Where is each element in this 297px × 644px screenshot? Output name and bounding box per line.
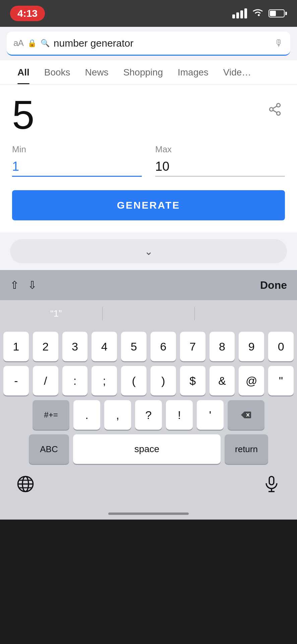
svg-line-4 (273, 106, 277, 108)
abc-key[interactable]: ABC (29, 434, 69, 464)
key-comma[interactable]: , (104, 400, 131, 430)
keyboard-bottom (0, 467, 297, 507)
lock-icon: 🔒 (27, 39, 37, 48)
keyboard-predictions: “1” (0, 300, 297, 327)
prediction-item[interactable]: “1” (10, 304, 102, 323)
home-indicator (0, 507, 297, 520)
status-icons (232, 8, 287, 19)
prev-field-button[interactable]: ⇧ (10, 279, 19, 291)
key-at[interactable]: @ (239, 366, 264, 395)
key-quote[interactable]: " (268, 366, 294, 395)
search-icon: 🔍 (41, 39, 50, 48)
generated-number: 5 (12, 95, 35, 135)
next-field-button[interactable]: ⇩ (28, 279, 37, 291)
search-query: number generator (54, 38, 270, 49)
status-time: 4:13 (10, 6, 45, 21)
key-0[interactable]: 0 (268, 332, 294, 361)
address-bar[interactable]: aA 🔒 🔍 number generator 🎙 (7, 32, 290, 56)
number-row: 1 2 3 4 5 6 7 8 9 0 (3, 332, 294, 361)
key-8[interactable]: 8 (210, 332, 235, 361)
key-close-paren[interactable]: ) (151, 366, 176, 395)
key-7[interactable]: 7 (180, 332, 205, 361)
expand-button[interactable]: ⌄ (10, 239, 287, 263)
key-ampersand[interactable]: & (210, 366, 235, 395)
return-key[interactable]: return (225, 434, 268, 464)
backspace-key[interactable] (228, 400, 264, 430)
home-bar (108, 513, 189, 515)
tab-news[interactable]: News (78, 60, 116, 84)
status-bar: 4:13 (0, 0, 297, 27)
symbol-row: - / : ; ( ) $ & @ " (3, 366, 294, 395)
key-exclamation[interactable]: ! (166, 400, 193, 430)
generate-button[interactable]: GENERATE (12, 190, 285, 220)
key-3[interactable]: 3 (62, 332, 88, 361)
inputs-row: Min Max (12, 144, 285, 177)
signal-icon (232, 8, 247, 18)
keyboard-toolbar: ⇧ ⇩ Done (0, 270, 297, 300)
chevron-down-icon: ⌄ (144, 246, 153, 257)
min-input-group: Min (12, 144, 142, 177)
key-open-paren[interactable]: ( (121, 366, 146, 395)
key-hashtag[interactable]: #+= (33, 400, 69, 430)
key-1[interactable]: 1 (3, 332, 29, 361)
space-key[interactable]: space (73, 434, 221, 464)
main-content: 5 Min Max GENERATE (0, 85, 297, 232)
key-colon[interactable]: : (62, 366, 88, 395)
key-apostrophe[interactable]: ' (197, 400, 224, 430)
wifi-icon (252, 8, 264, 19)
key-4[interactable]: 4 (92, 332, 117, 361)
microphone-keyboard-icon[interactable] (259, 472, 284, 496)
max-input-group: Max (155, 144, 285, 177)
key-question[interactable]: ? (135, 400, 162, 430)
browser-bar: aA 🔒 🔍 number generator 🎙 (0, 27, 297, 60)
done-button[interactable]: Done (260, 279, 287, 291)
key-2[interactable]: 2 (33, 332, 58, 361)
microphone-icon[interactable]: 🎙 (274, 38, 284, 49)
prediction-item-2 (103, 310, 195, 318)
tab-all[interactable]: All (10, 60, 37, 84)
search-tabs: All Books News Shopping Images Vide… (0, 60, 297, 85)
battery-icon (269, 9, 287, 17)
key-dollar[interactable]: $ (180, 366, 205, 395)
tab-images[interactable]: Images (170, 60, 216, 84)
min-label: Min (12, 144, 142, 155)
max-label: Max (155, 144, 285, 155)
text-size-icon: aA (13, 38, 23, 48)
key-minus[interactable]: - (3, 366, 29, 395)
keyboard: 1 2 3 4 5 6 7 8 9 0 - / : ; ( ) $ & @ " … (0, 327, 297, 467)
key-9[interactable]: 9 (239, 332, 264, 361)
svg-line-3 (273, 110, 277, 113)
prediction-item-3 (195, 310, 287, 318)
key-period[interactable]: . (73, 400, 100, 430)
more-options-section: ⌄ (0, 232, 297, 270)
key-slash[interactable]: / (33, 366, 58, 395)
max-input[interactable] (155, 157, 285, 177)
tab-shopping[interactable]: Shopping (116, 60, 170, 84)
tab-books[interactable]: Books (37, 60, 78, 84)
min-input[interactable] (12, 157, 142, 177)
bottom-key-row: ABC space return (3, 434, 294, 464)
key-5[interactable]: 5 (121, 332, 146, 361)
keyboard-nav: ⇧ ⇩ (10, 279, 37, 291)
special-row: #+= . , ? ! ' (3, 400, 294, 430)
key-semicolon[interactable]: ; (92, 366, 117, 395)
globe-icon[interactable] (13, 472, 38, 496)
key-6[interactable]: 6 (151, 332, 176, 361)
share-button[interactable] (265, 99, 285, 119)
svg-rect-9 (269, 477, 274, 485)
result-header: 5 (12, 95, 285, 135)
tab-video[interactable]: Vide… (216, 60, 259, 84)
